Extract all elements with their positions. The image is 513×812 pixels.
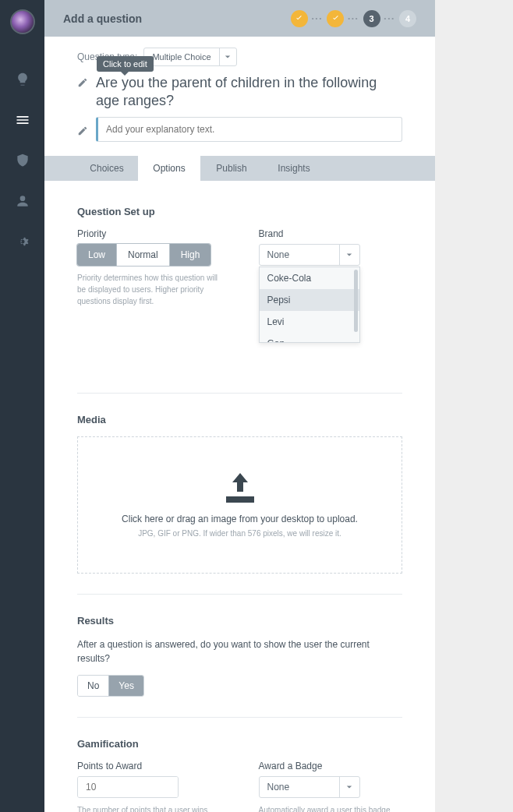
edit-tooltip: Click to edit [97,56,154,72]
step-separator: ••• [384,15,395,22]
points-label: Points to Award [77,761,221,771]
media-heading: Media [77,414,402,425]
wizard-step-2[interactable] [327,10,344,27]
points-col: Points to Award Points The number of poi… [77,761,221,812]
chevron-down-icon [219,48,236,66]
brand-option[interactable]: Gap [260,333,359,343]
priority-hint: Priority determines how this question wi… [77,272,221,307]
brand-option[interactable]: Coke-Cola [260,267,359,289]
scrollbar[interactable] [354,270,358,332]
uploader-hint: JPG, GIF or PNG. If wider than 576 pixel… [138,529,341,538]
setup-row: Priority Low Normal High Priority determ… [77,228,402,307]
step-separator: ••• [348,15,359,22]
priority-label: Priority [77,228,221,239]
chevron-down-icon [339,245,359,265]
priority-high[interactable]: High [169,244,211,266]
results-no[interactable]: No [78,676,108,696]
gamification-row: Points to Award Points The number of poi… [77,761,402,812]
step-separator: ••• [312,15,323,22]
app-sidebar [0,0,44,812]
priority-normal[interactable]: Normal [116,244,169,266]
gear-icon[interactable] [13,232,32,251]
wizard-header: Add a question ••• ••• 3 ••• 4 [44,0,435,37]
brand-menu: Coke-Cola Pepsi Levi Gap [259,267,360,343]
divider [77,594,402,595]
idea-icon[interactable] [13,70,32,89]
results-yes[interactable]: Yes [108,676,143,696]
badge-selected-value: None [260,777,339,797]
tab-options[interactable]: Options [138,156,200,181]
wizard-title: Add a question [63,12,142,25]
pencil-icon[interactable] [77,125,88,136]
brand-dropdown[interactable]: None Coke-Cola Pepsi Levi Gap [259,244,360,266]
uploader-text: Click here or drag an image from your de… [122,514,358,524]
question-block: Question type: Multiple Choice Are you t… [44,37,435,156]
wizard-step-4[interactable]: 4 [399,10,416,27]
divider [77,717,402,718]
setup-heading: Question Set up [77,206,402,217]
wizard-step-1[interactable] [291,10,308,27]
divider [77,393,402,394]
explanatory-row [77,117,402,142]
brand-option[interactable]: Levi [260,311,359,333]
gamification-heading: Gamification [77,738,402,750]
badge-col: Award a Badge None Automatically award a… [259,761,403,812]
chevron-down-icon [339,777,359,797]
question-type-select[interactable]: Multiple Choice [143,48,236,66]
results-heading: Results [77,615,402,627]
pencil-icon[interactable] [77,77,88,88]
brand-option[interactable]: Pepsi [260,289,359,311]
badge-dropdown[interactable]: None [259,776,360,798]
explanatory-input[interactable] [96,117,402,142]
options-panel: Question Set up Priority Low Normal High… [44,181,435,812]
tab-choices[interactable]: Choices [76,156,138,181]
wizard-step-3[interactable]: 3 [363,10,380,27]
section-tabs: Choices Options Publish Insights [44,156,435,181]
badge-hint: Automatically award a user this badge af… [259,804,403,812]
user-icon[interactable] [13,192,32,210]
avatar[interactable] [10,9,35,34]
priority-col: Priority Low Normal High Priority determ… [77,228,221,307]
media-uploader[interactable]: Click here or drag an image from your de… [77,436,402,574]
priority-low[interactable]: Low [77,244,116,266]
points-input[interactable] [78,777,179,797]
question-title-row: Are you the parent of children in the fo… [77,74,402,109]
tab-publish[interactable]: Publish [200,156,263,181]
badge-label: Award a Badge [259,761,403,771]
priority-segmented: Low Normal High [77,244,211,266]
brand-selected-value: None [260,245,339,265]
results-text: After a question is answered, do you wan… [77,637,402,665]
points-field: Points [77,776,179,798]
question-type-value: Multiple Choice [144,52,218,62]
tab-insights[interactable]: Insights [263,156,325,181]
upload-icon [223,473,257,503]
menu-icon[interactable] [13,111,32,129]
badge-select-box[interactable]: None [259,776,360,798]
question-title[interactable]: Are you the parent of children in the fo… [96,74,402,109]
brand-label: Brand [259,228,403,239]
results-segmented: No Yes [77,675,144,697]
points-hint: The number of points that a user wins af… [77,804,221,812]
page-gutter [435,0,513,812]
brand-select-box[interactable]: None [259,244,360,266]
brand-col: Brand None Coke-Cola Pepsi Levi Gap [259,228,403,307]
shield-icon[interactable] [13,151,32,170]
wizard-steps: ••• ••• 3 ••• 4 [291,10,416,27]
page-content: Add a question ••• ••• 3 ••• 4 Question … [44,0,435,812]
